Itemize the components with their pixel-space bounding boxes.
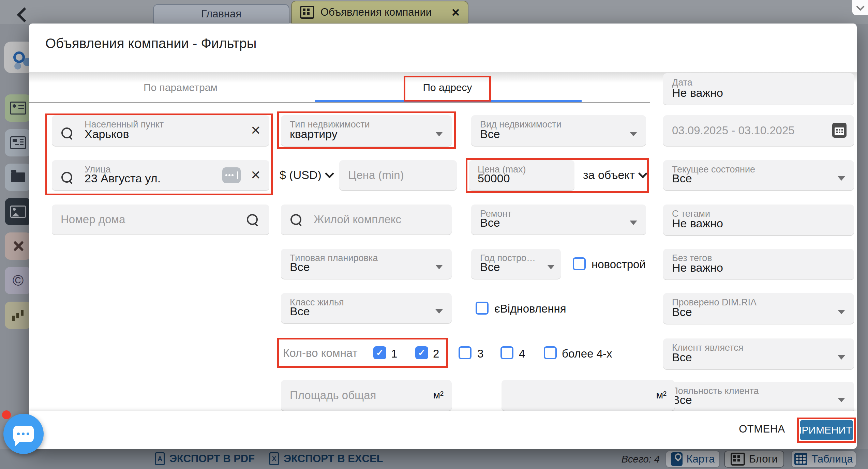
client-loyalty-select[interactable]: Лояльность клиента Все	[663, 382, 854, 412]
chevron-down-icon	[435, 265, 443, 269]
scroll-down-control[interactable]	[852, 0, 868, 15]
sqm-suffix: м²	[656, 380, 667, 410]
housing-class-select[interactable]: Класс жилья Все	[281, 293, 452, 323]
annotation-apply-button	[797, 418, 856, 443]
current-state-select[interactable]: Текущее состояние Все	[663, 160, 854, 190]
tab-divider	[29, 102, 650, 103]
chevron-down-icon	[838, 355, 845, 360]
field-placeholder: Площадь общая	[290, 380, 376, 411]
field-placeholder: Цена (min)	[348, 160, 404, 190]
field-placeholder: Номер дома	[61, 205, 125, 234]
field-value: Все	[290, 260, 310, 274]
property-kind-select[interactable]: Вид недвижимости Все	[471, 115, 646, 146]
chevron-down-icon	[547, 265, 555, 269]
field-value: Все	[480, 127, 500, 141]
without-tags-select[interactable]: Без тегов Не важно	[663, 249, 854, 279]
field-value: Все	[480, 216, 500, 229]
field-placeholder: 03.09.2025 - 03.10.2025	[672, 115, 795, 146]
rooms-4-label: 4	[519, 347, 525, 360]
field-value: Все	[672, 351, 692, 364]
chevron-down-icon	[838, 310, 845, 314]
currency-value: $ (USD)	[280, 168, 321, 182]
chevron-down-icon	[325, 169, 334, 178]
rooms-3-label: 3	[477, 347, 483, 360]
chevron-down-icon	[630, 221, 637, 225]
annotation-property-type	[277, 111, 456, 149]
field-value: Все	[672, 305, 692, 319]
area-total-input[interactable]: Площадь общая м²	[281, 380, 452, 411]
new-building-checkbox[interactable]	[573, 257, 586, 270]
field-value: Все	[480, 260, 500, 274]
annotation-city-street	[45, 114, 273, 195]
screen: Главная Объявления компании × © A ЭКСПОР…	[0, 0, 868, 469]
new-building-label: новострой	[592, 258, 646, 271]
sqm-suffix: м²	[433, 380, 444, 410]
typical-layout-select[interactable]: Типовая планировка Все	[281, 249, 452, 279]
house-number-input[interactable]: Номер дома	[52, 205, 269, 234]
chevron-down-icon	[838, 176, 845, 181]
field-value: Все	[290, 305, 310, 318]
date-select[interactable]: Дата Не важно	[663, 73, 854, 105]
annotation-rooms	[277, 338, 448, 368]
field-value: Все	[672, 393, 692, 407]
notification-dot	[2, 410, 11, 419]
annotation-tab-by-address	[404, 76, 491, 102]
chevron-down-icon	[856, 2, 864, 11]
tab-by-params-label: По параметрам	[144, 82, 218, 93]
field-placeholder: Жилой комплекс	[314, 205, 401, 234]
chat-widget-button[interactable]	[3, 414, 44, 454]
repair-select[interactable]: Ремонт Все	[471, 205, 646, 234]
field-value: Не важно	[672, 86, 723, 100]
field-value: Не важно	[672, 261, 723, 274]
evidnovlennia-checkbox[interactable]	[476, 302, 489, 315]
with-tags-select[interactable]: С тегами Не важно	[663, 205, 854, 235]
currency-select[interactable]: $ (USD)	[280, 168, 333, 182]
residential-complex-input[interactable]: Жилой комплекс	[281, 205, 452, 234]
rooms-more4-checkbox[interactable]	[544, 346, 557, 359]
area-second-input[interactable]: м²	[502, 380, 675, 411]
rooms-more4-label: более 4-х	[562, 347, 612, 360]
annotation-price-max	[466, 158, 649, 193]
client-is-select[interactable]: Клиент является Все	[663, 338, 854, 369]
build-year-select[interactable]: Год постро… Все	[471, 249, 561, 279]
field-value: Все	[672, 172, 692, 185]
field-value: Не важно	[672, 217, 723, 230]
chevron-down-icon	[630, 132, 637, 136]
price-min-input[interactable]: Цена (min)	[339, 160, 457, 190]
date-range-input[interactable]: 03.09.2025 - 03.10.2025	[663, 115, 854, 146]
evidnovlennia-label: єВідновлення	[494, 302, 566, 315]
rooms-3-checkbox[interactable]	[459, 346, 472, 359]
chevron-down-icon	[838, 398, 845, 402]
chevron-down-icon	[435, 309, 443, 314]
calendar-icon[interactable]	[832, 123, 847, 138]
verified-dimria-select[interactable]: Проверено DIM.RIA Все	[663, 293, 854, 324]
chat-bubble-icon	[13, 426, 34, 442]
search-icon	[247, 214, 258, 225]
search-icon	[290, 214, 301, 225]
rooms-4-checkbox[interactable]	[500, 346, 513, 359]
dialog-title: Объявления компании - Фильтры	[45, 36, 257, 51]
cancel-button[interactable]: ОТМЕНА	[728, 418, 796, 440]
